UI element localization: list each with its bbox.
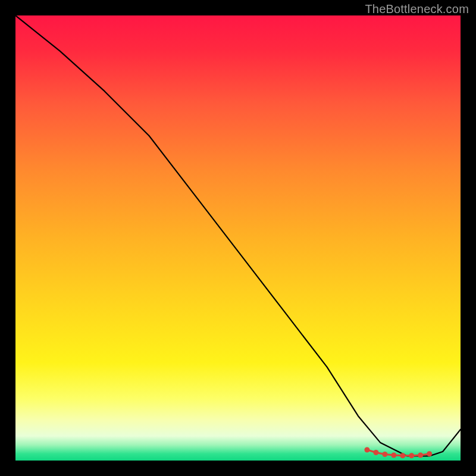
optimal-point-marker bbox=[400, 453, 405, 458]
gradient-background bbox=[15, 15, 461, 461]
optimal-point-marker bbox=[409, 453, 414, 458]
attribution-text: TheBottleneck.com bbox=[365, 2, 469, 16]
chart-plot bbox=[15, 15, 461, 461]
chart-frame bbox=[15, 15, 461, 461]
optimal-point-marker bbox=[364, 447, 369, 453]
optimal-point-marker bbox=[382, 452, 387, 457]
optimal-point-marker bbox=[373, 450, 378, 455]
optimal-point-marker bbox=[418, 453, 423, 458]
optimal-point-marker bbox=[427, 451, 432, 456]
optimal-point-marker bbox=[391, 453, 396, 458]
